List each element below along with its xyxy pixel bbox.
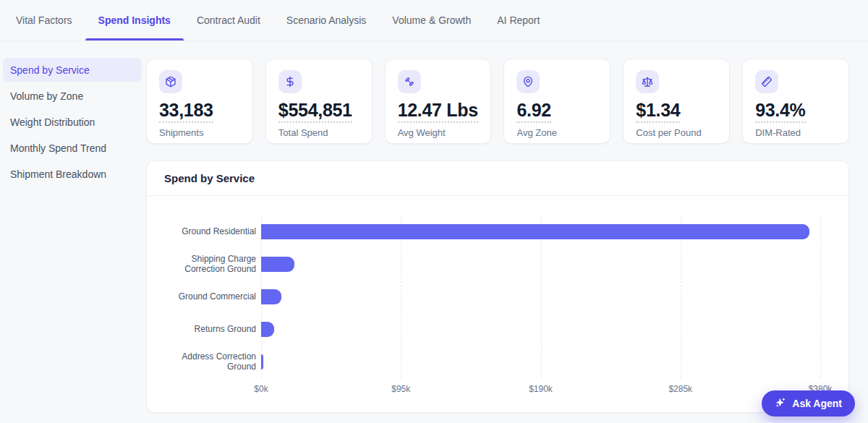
kpi-value: 12.47 Lbs [398, 101, 478, 123]
chart-header: Spend by Service [147, 161, 848, 196]
kpi-value: 6.92 [516, 101, 550, 123]
map-pin-icon [516, 70, 540, 93]
kpi-label: Avg Zone [516, 127, 597, 138]
kpi-value: $554,851 [278, 101, 352, 123]
dollar-icon [278, 70, 302, 93]
tab-vital-factors[interactable]: Vital Factors [3, 0, 85, 40]
kpi-card-cost-per-pound: $1.34Cost per Pound [623, 59, 730, 144]
x-tick-95k: $95k [391, 384, 410, 394]
kpi-label: Shipments [159, 127, 240, 138]
tab-scenario-analysis[interactable]: Scenario Analysis [273, 0, 380, 40]
kpi-card-shipments: 33,183Shipments [146, 59, 253, 144]
package-icon [159, 70, 182, 93]
kpi-card-dim-rated: 93.4%DIM-Rated [742, 59, 849, 144]
sidebar: Spend by ServiceVolume by ZoneWeight Dis… [0, 41, 145, 423]
kpi-value: 33,183 [159, 101, 213, 123]
ask-agent-label: Ask Agent [792, 398, 842, 409]
kpi-label: Cost per Pound [636, 127, 717, 138]
bar-track [261, 224, 820, 239]
bar-track [261, 257, 820, 272]
tab-bar: Vital FactorsSpend InsightsContract Audi… [0, 0, 868, 41]
tab-spend-insights[interactable]: Spend Insights [85, 0, 184, 40]
kpi-card-total-spend: $554,851Total Spend [265, 59, 373, 144]
kpi-value: 93.4% [755, 101, 805, 123]
bar-row-shipping-charge-correction-ground: Shipping Charge Correction Ground [164, 248, 831, 281]
kpi-card-avg-zone: 6.92Avg Zone [503, 59, 610, 144]
scale-icon [636, 70, 659, 93]
bar-ground-commercial[interactable] [261, 289, 281, 304]
tab-contract-audit[interactable]: Contract Audit [184, 0, 273, 40]
bar-ground-residential[interactable] [261, 224, 809, 239]
bar-returns-ground[interactable] [261, 322, 274, 337]
sidebar-item-volume-by-zone[interactable]: Volume by Zone [3, 84, 142, 108]
category-label: Shipping Charge Correction Ground [164, 255, 256, 275]
sidebar-item-shipment-breakdown[interactable]: Shipment Breakdown [3, 162, 142, 186]
bar-track [261, 289, 820, 304]
sparkles-icon [775, 397, 786, 411]
ask-agent-button[interactable]: Ask Agent [762, 390, 855, 416]
sidebar-item-weight-distribution[interactable]: Weight Distribution [3, 110, 142, 134]
x-tick-190k: $190k [529, 384, 553, 394]
kpi-label: DIM-Rated [755, 127, 836, 138]
bar-row-address-correction-ground: Address Correction Ground [164, 346, 831, 378]
tab-ai-report[interactable]: AI Report [484, 0, 553, 40]
category-label: Ground Residential [164, 227, 256, 237]
bar-row-returns-ground: Returns Ground [164, 313, 831, 346]
kpi-card-avg-weight: 12.47 LbsAvg Weight [385, 59, 492, 144]
x-tick-0k: $0k [254, 384, 268, 394]
bar-track [261, 354, 820, 369]
bar-row-ground-commercial: Ground Commercial [164, 281, 831, 313]
bar-address-correction-ground[interactable] [261, 354, 263, 369]
sidebar-item-monthly-spend-trend[interactable]: Monthly Spend Trend [3, 136, 142, 160]
kpi-label: Total Spend [278, 127, 359, 138]
kpi-label: Avg Weight [398, 127, 479, 138]
bar-track [261, 322, 820, 337]
ruler-icon [755, 70, 778, 93]
category-label: Address Correction Ground [164, 352, 256, 372]
kpi-row: 33,183Shipments$554,851Total Spend12.47 … [146, 59, 849, 144]
main-content: 33,183Shipments$554,851Total Spend12.47 … [145, 41, 868, 423]
sidebar-item-spend-by-service[interactable]: Spend by Service [3, 58, 142, 82]
chart-title: Spend by Service [164, 172, 255, 184]
dumbbell-icon [398, 70, 421, 93]
category-label: Ground Commercial [164, 292, 256, 302]
bar-row-ground-residential: Ground Residential [164, 215, 831, 248]
spend-by-service-chart-card: Spend by Service Ground ResidentialShipp… [146, 161, 849, 413]
x-axis: $0k$95k$190k$285k$380k [261, 378, 820, 397]
chart-body: Ground ResidentialShipping Charge Correc… [147, 196, 848, 397]
category-label: Returns Ground [164, 325, 256, 335]
kpi-value: $1.34 [636, 101, 680, 123]
tab-volume-growth[interactable]: Volume & Growth [379, 0, 484, 40]
bar-chart-plot: Ground ResidentialShipping Charge Correc… [164, 215, 831, 378]
bar-shipping-charge-correction-ground[interactable] [261, 257, 294, 272]
x-tick-285k: $285k [668, 384, 692, 394]
